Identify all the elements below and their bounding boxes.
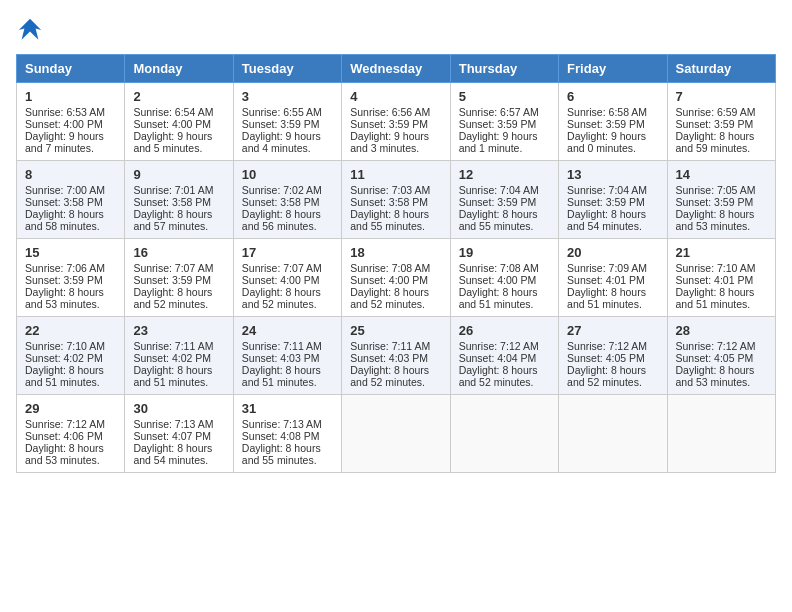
cell-line: Sunset: 3:58 PM bbox=[25, 196, 116, 208]
day-header-sunday: Sunday bbox=[17, 55, 125, 83]
calendar-cell: 9Sunrise: 7:01 AMSunset: 3:58 PMDaylight… bbox=[125, 161, 233, 239]
cell-line: Sunset: 4:00 PM bbox=[242, 274, 333, 286]
cell-line: and 58 minutes. bbox=[25, 220, 116, 232]
calendar-cell: 2Sunrise: 6:54 AMSunset: 4:00 PMDaylight… bbox=[125, 83, 233, 161]
cell-line: Daylight: 8 hours bbox=[459, 208, 550, 220]
calendar-cell: 27Sunrise: 7:12 AMSunset: 4:05 PMDayligh… bbox=[559, 317, 667, 395]
calendar-cell: 14Sunrise: 7:05 AMSunset: 3:59 PMDayligh… bbox=[667, 161, 775, 239]
cell-line: Sunrise: 7:02 AM bbox=[242, 184, 333, 196]
cell-line: Sunrise: 7:12 AM bbox=[567, 340, 658, 352]
day-number: 21 bbox=[676, 245, 767, 260]
cell-line: and 55 minutes. bbox=[350, 220, 441, 232]
cell-line: Sunset: 4:02 PM bbox=[133, 352, 224, 364]
cell-line: Sunrise: 7:07 AM bbox=[133, 262, 224, 274]
cell-line: Daylight: 8 hours bbox=[242, 208, 333, 220]
page-header bbox=[16, 16, 776, 44]
cell-line: Daylight: 8 hours bbox=[242, 364, 333, 376]
day-header-tuesday: Tuesday bbox=[233, 55, 341, 83]
day-number: 2 bbox=[133, 89, 224, 104]
calendar-cell: 24Sunrise: 7:11 AMSunset: 4:03 PMDayligh… bbox=[233, 317, 341, 395]
cell-line: Daylight: 8 hours bbox=[242, 442, 333, 454]
day-number: 29 bbox=[25, 401, 116, 416]
day-number: 16 bbox=[133, 245, 224, 260]
cell-line: Daylight: 8 hours bbox=[350, 208, 441, 220]
cell-line: Sunset: 3:59 PM bbox=[133, 274, 224, 286]
cell-line: and 56 minutes. bbox=[242, 220, 333, 232]
cell-line: Daylight: 9 hours bbox=[25, 130, 116, 142]
day-number: 7 bbox=[676, 89, 767, 104]
cell-line: Sunset: 4:03 PM bbox=[350, 352, 441, 364]
cell-line: and 1 minute. bbox=[459, 142, 550, 154]
calendar-cell: 22Sunrise: 7:10 AMSunset: 4:02 PMDayligh… bbox=[17, 317, 125, 395]
cell-line: Daylight: 8 hours bbox=[676, 286, 767, 298]
logo-bird-icon bbox=[16, 16, 44, 44]
day-number: 26 bbox=[459, 323, 550, 338]
day-number: 25 bbox=[350, 323, 441, 338]
calendar-cell: 5Sunrise: 6:57 AMSunset: 3:59 PMDaylight… bbox=[450, 83, 558, 161]
day-number: 22 bbox=[25, 323, 116, 338]
cell-line: Daylight: 8 hours bbox=[133, 364, 224, 376]
calendar-cell: 25Sunrise: 7:11 AMSunset: 4:03 PMDayligh… bbox=[342, 317, 450, 395]
cell-line: Sunset: 3:58 PM bbox=[242, 196, 333, 208]
cell-line: Sunrise: 6:57 AM bbox=[459, 106, 550, 118]
cell-line: Sunrise: 7:12 AM bbox=[459, 340, 550, 352]
cell-line: and 0 minutes. bbox=[567, 142, 658, 154]
day-header-wednesday: Wednesday bbox=[342, 55, 450, 83]
calendar-cell: 6Sunrise: 6:58 AMSunset: 3:59 PMDaylight… bbox=[559, 83, 667, 161]
cell-line: and 3 minutes. bbox=[350, 142, 441, 154]
calendar-cell: 15Sunrise: 7:06 AMSunset: 3:59 PMDayligh… bbox=[17, 239, 125, 317]
cell-line: Sunrise: 7:08 AM bbox=[459, 262, 550, 274]
cell-line: Sunset: 3:59 PM bbox=[567, 118, 658, 130]
cell-line: Daylight: 9 hours bbox=[133, 130, 224, 142]
day-number: 10 bbox=[242, 167, 333, 182]
cell-line: Sunset: 3:59 PM bbox=[676, 196, 767, 208]
calendar-cell: 13Sunrise: 7:04 AMSunset: 3:59 PMDayligh… bbox=[559, 161, 667, 239]
day-number: 12 bbox=[459, 167, 550, 182]
cell-line: Sunset: 4:08 PM bbox=[242, 430, 333, 442]
cell-line: and 5 minutes. bbox=[133, 142, 224, 154]
cell-line: Sunrise: 7:04 AM bbox=[459, 184, 550, 196]
cell-line: Daylight: 9 hours bbox=[242, 130, 333, 142]
cell-line: Sunset: 4:00 PM bbox=[25, 118, 116, 130]
cell-line: Sunset: 3:59 PM bbox=[242, 118, 333, 130]
cell-line: Sunset: 3:59 PM bbox=[25, 274, 116, 286]
calendar-cell: 12Sunrise: 7:04 AMSunset: 3:59 PMDayligh… bbox=[450, 161, 558, 239]
cell-line: and 53 minutes. bbox=[25, 454, 116, 466]
cell-line: Sunset: 4:05 PM bbox=[676, 352, 767, 364]
calendar-cell bbox=[559, 395, 667, 473]
cell-line: Sunrise: 7:00 AM bbox=[25, 184, 116, 196]
calendar-cell: 18Sunrise: 7:08 AMSunset: 4:00 PMDayligh… bbox=[342, 239, 450, 317]
cell-line: Sunrise: 6:56 AM bbox=[350, 106, 441, 118]
cell-line: Daylight: 8 hours bbox=[676, 208, 767, 220]
calendar-cell: 21Sunrise: 7:10 AMSunset: 4:01 PMDayligh… bbox=[667, 239, 775, 317]
cell-line: Sunset: 4:07 PM bbox=[133, 430, 224, 442]
cell-line: and 51 minutes. bbox=[25, 376, 116, 388]
cell-line: Daylight: 8 hours bbox=[25, 442, 116, 454]
cell-line: Sunrise: 7:13 AM bbox=[242, 418, 333, 430]
day-number: 8 bbox=[25, 167, 116, 182]
cell-line: Daylight: 8 hours bbox=[242, 286, 333, 298]
calendar-cell: 19Sunrise: 7:08 AMSunset: 4:00 PMDayligh… bbox=[450, 239, 558, 317]
cell-line: and 57 minutes. bbox=[133, 220, 224, 232]
cell-line: and 54 minutes. bbox=[133, 454, 224, 466]
cell-line: and 52 minutes. bbox=[242, 298, 333, 310]
cell-line: and 52 minutes. bbox=[350, 298, 441, 310]
day-number: 15 bbox=[25, 245, 116, 260]
cell-line: and 52 minutes. bbox=[459, 376, 550, 388]
cell-line: and 51 minutes. bbox=[133, 376, 224, 388]
cell-line: Daylight: 8 hours bbox=[459, 364, 550, 376]
cell-line: Sunset: 4:02 PM bbox=[25, 352, 116, 364]
cell-line: Sunrise: 6:53 AM bbox=[25, 106, 116, 118]
calendar-cell: 11Sunrise: 7:03 AMSunset: 3:58 PMDayligh… bbox=[342, 161, 450, 239]
cell-line: Sunrise: 6:59 AM bbox=[676, 106, 767, 118]
cell-line: Sunrise: 7:10 AM bbox=[676, 262, 767, 274]
cell-line: Daylight: 9 hours bbox=[459, 130, 550, 142]
logo bbox=[16, 16, 48, 44]
cell-line: Daylight: 8 hours bbox=[133, 286, 224, 298]
cell-line: Sunset: 3:59 PM bbox=[459, 118, 550, 130]
cell-line: and 52 minutes. bbox=[350, 376, 441, 388]
cell-line: Daylight: 8 hours bbox=[350, 364, 441, 376]
cell-line: Daylight: 9 hours bbox=[567, 130, 658, 142]
cell-line: Daylight: 8 hours bbox=[567, 208, 658, 220]
cell-line: Sunset: 3:59 PM bbox=[459, 196, 550, 208]
